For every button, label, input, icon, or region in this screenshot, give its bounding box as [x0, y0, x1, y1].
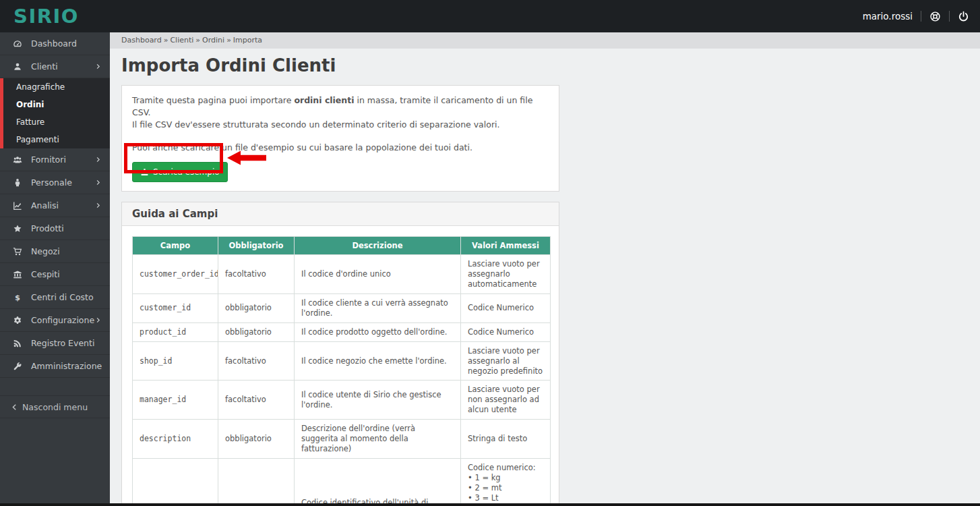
download-icon: [140, 168, 149, 177]
breadcrumb-item-clienti[interactable]: Clienti: [170, 36, 193, 45]
sidebar-item-label: Cespiti: [31, 269, 60, 279]
dashboard-icon: [11, 39, 24, 49]
globe-icon[interactable]: [929, 11, 941, 22]
cost-centers-icon: $: [11, 293, 24, 302]
cell-campo: description: [133, 420, 218, 459]
sidebar-item-negozi[interactable]: Negozi: [0, 240, 110, 263]
column-header-obbligatorio: Obbligatorio: [218, 237, 295, 255]
cell-campo: unit: [133, 459, 218, 506]
topbar: SIRIO mario.rossi: [0, 0, 980, 32]
content: Importa Ordini Clienti Tramite questa pa…: [110, 49, 980, 506]
cell-valori: Lasciare vuoto per non assegnarlo ad alc…: [461, 381, 551, 420]
sidebar-item-configurazione[interactable]: Configurazione: [0, 309, 110, 332]
field-row-customer_order_id: customer_order_idfacoltativoIl codice d'…: [133, 255, 551, 294]
cell-valori: Codice Numerico: [461, 293, 551, 322]
staff-icon: [11, 178, 24, 188]
hide-menu-button[interactable]: Nascondi menu: [0, 395, 110, 418]
sidebar-item-amministrazione[interactable]: Amministrazione: [0, 355, 110, 378]
sidebar-item-label: Prodotti: [31, 223, 64, 233]
intro-paragraph-2: Il file CSV dev'essere strutturata secon…: [132, 119, 549, 131]
admin-icon: [11, 362, 24, 371]
cell-descrizione: Il codice d'ordine unico: [295, 255, 461, 294]
analytics-icon: [11, 201, 24, 210]
cell-descrizione: Descrizione dell'ordine (verrà suggerita…: [295, 420, 461, 459]
breadcrumb-item-dashboard[interactable]: Dashboard: [121, 36, 162, 45]
submenu-item-pagamenti[interactable]: Pagamenti: [3, 131, 110, 148]
sidebar-item-label: Negozi: [31, 246, 60, 256]
shops-icon: [11, 247, 24, 256]
main-area: Dashboard»Clienti»Ordini»Importa Importa…: [110, 32, 980, 506]
cell-obbligatorio: obbligatorio: [218, 322, 295, 341]
download-example-label: Scarica esempio: [153, 167, 220, 177]
sidebar-item-registro-eventi[interactable]: Registro Eventi: [0, 332, 110, 355]
cell-valori: Lasciare vuoto per assegnarlo automatica…: [461, 255, 551, 294]
column-header-campo: Campo: [133, 237, 218, 255]
sidebar-item-centri-di-costo[interactable]: $Centri di Costo: [0, 286, 110, 309]
breadcrumb: Dashboard»Clienti»Ordini»Importa: [110, 32, 980, 49]
fields-guide-title: Guida ai Campi: [122, 202, 559, 226]
sidebar-item-analisi[interactable]: Analisi: [0, 194, 110, 217]
sidebar-item-label: Registro Eventi: [31, 338, 94, 348]
submenu-item-anagrafiche[interactable]: Anagrafiche: [3, 78, 110, 96]
cell-campo: customer_order_id: [133, 255, 218, 294]
sidebar-item-dashboard[interactable]: Dashboard: [0, 32, 110, 55]
sidebar-item-personale[interactable]: Personale: [0, 171, 110, 194]
settings-icon: [11, 316, 24, 325]
sidebar-item-label: Analisi: [31, 200, 59, 210]
intro-card: Tramite questa pagina puoi importare ord…: [121, 85, 559, 192]
chevron-right-icon: [95, 317, 101, 323]
cell-obbligatorio: facoltativo: [218, 255, 295, 294]
sidebar-item-label: Configurazione: [31, 315, 94, 325]
cell-descrizione: Il codice negozio che emette l'ordine.: [295, 341, 461, 381]
fields-guide-body: CampoObbligatorioDescrizioneValori Ammes…: [122, 226, 559, 506]
sidebar-item-label: Fornitori: [31, 154, 66, 165]
cell-descrizione: Il codice cliente a cui verrà assegnato …: [295, 293, 461, 322]
fields-guide-panel: Guida ai Campi CampoObbligatorioDescrizi…: [121, 202, 559, 506]
cell-valori: Lasciare vuoto per assegnarlo al negozio…: [461, 341, 551, 381]
svg-text:$: $: [15, 293, 20, 302]
download-example-button[interactable]: Scarica esempio: [132, 162, 228, 182]
breadcrumb-item-importa: Importa: [233, 36, 262, 45]
breadcrumb-separator: »: [164, 36, 169, 45]
table-header-row: CampoObbligatorioDescrizioneValori Ammes…: [133, 237, 551, 255]
cell-campo: shop_id: [133, 341, 218, 381]
sidebar: DashboardClientiAnagraficheOrdiniFatture…: [0, 32, 110, 506]
chevron-right-icon: [95, 157, 101, 163]
cell-descrizione: Codice identificativo dell'unità di misu…: [295, 459, 461, 506]
power-icon[interactable]: [958, 11, 969, 22]
column-header-valori-ammessi: Valori Ammessi: [461, 237, 551, 255]
cell-obbligatorio: obbligatorio: [218, 293, 295, 322]
events-log-icon: [11, 339, 24, 348]
topbar-divider: [949, 11, 950, 22]
cell-campo: manager_id: [133, 381, 218, 420]
field-row-product_id: product_idobbligatorioIl codice prodotto…: [133, 322, 551, 341]
breadcrumb-item-ordini[interactable]: Ordini: [202, 36, 224, 45]
cell-valori: Stringa di testo: [461, 420, 551, 459]
chevron-right-icon: [95, 202, 101, 208]
field-row-shop_id: shop_idfacoltativoIl codice negozio che …: [133, 341, 551, 381]
breadcrumb-separator: »: [226, 36, 231, 45]
username[interactable]: mario.rossi: [863, 11, 913, 22]
fields-table: CampoObbligatorioDescrizioneValori Ammes…: [132, 236, 551, 506]
sidebar-item-clienti[interactable]: Clienti: [0, 55, 110, 78]
intro-paragraph-1: Tramite questa pagina puoi importare ord…: [132, 94, 549, 119]
cell-descrizione: Il codice utente di Sirio che gestisce l…: [295, 381, 461, 420]
cell-campo: product_id: [133, 322, 218, 341]
submenu-item-ordini[interactable]: Ordini: [3, 96, 110, 113]
cell-obbligatorio: facoltativo: [218, 341, 295, 381]
submenu-item-fatture[interactable]: Fatture: [3, 113, 110, 131]
cell-descrizione: Il codice prodotto oggetto dell'ordine.: [295, 322, 461, 341]
sidebar-item-fornitori[interactable]: Fornitori: [0, 148, 110, 171]
sidebar-item-cespiti[interactable]: Cespiti: [0, 263, 110, 286]
field-row-manager_id: manager_idfacoltativoIl codice utente di…: [133, 381, 551, 420]
chevron-left-icon: [11, 403, 18, 411]
intro-paragraph-3: Puoi anche scaricare un file d'esempio s…: [132, 142, 549, 154]
sidebar-item-prodotti[interactable]: Prodotti: [0, 217, 110, 240]
clients-icon: [11, 62, 24, 72]
hide-menu-label: Nascondi menu: [22, 402, 88, 412]
intro-bold-text: ordini clienti: [294, 95, 354, 105]
breadcrumb-separator: »: [195, 36, 200, 45]
cell-valori: Codice numerico: • 1 = kg • 2 = mt • 3 =…: [461, 459, 551, 506]
sidebar-item-label: Amministrazione: [31, 361, 102, 371]
field-row-description: descriptionobbligatorioDescrizione dell'…: [133, 420, 551, 459]
